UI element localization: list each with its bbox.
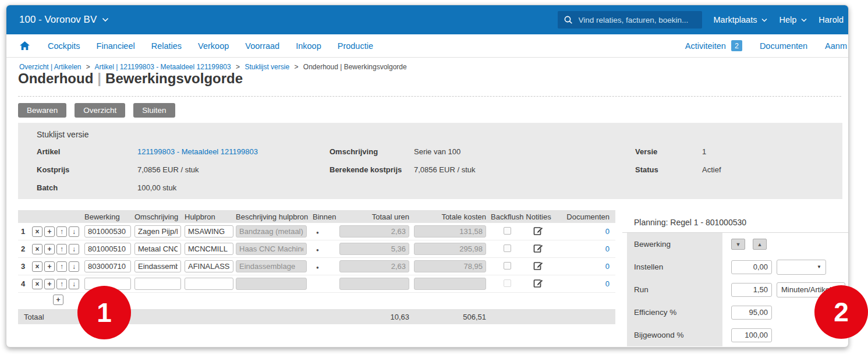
stuklijst-versie-panel: Stuklijst versie Artikel121199803 - Meta… (18, 123, 842, 199)
planning-row-run: Run Minuten/Artikel ▼ (627, 278, 849, 301)
marktplaats-menu[interactable]: Marktplaats (714, 15, 768, 24)
move-row-down-button[interactable]: ↓ (69, 226, 79, 237)
planning-form: Bewerking ▼ ▲ Instellen ▼ (627, 233, 849, 346)
page-title-left: Onderhoud (18, 70, 93, 86)
move-row-up-button[interactable]: ↑ (56, 261, 67, 272)
nav-item-financieel[interactable]: Financieel (97, 41, 135, 51)
omschrijving-input[interactable] (134, 225, 181, 238)
move-row-up-button[interactable]: ↑ (56, 226, 67, 237)
add-row-button[interactable]: + (53, 295, 63, 305)
artikel-link[interactable]: 121199803 - Metaaldeel 121199803 (137, 147, 258, 156)
omschrijving-input[interactable] (134, 260, 181, 272)
table-row: 2 × + ↑ ↓ ● 0 (18, 240, 615, 258)
global-search-input[interactable]: Vind relaties, facturen, boekin... (558, 11, 702, 29)
chevron-down-icon (761, 18, 767, 22)
sort-up-button[interactable]: ▲ (753, 239, 767, 250)
company-name: 100 - Voronov BV (19, 14, 97, 26)
beschrijving-hulpbron-field (236, 278, 307, 290)
breadcrumb-link-stuklijst[interactable]: Stuklijst versie (245, 63, 289, 71)
hulpbron-input[interactable] (185, 243, 233, 255)
nav-item-relaties[interactable]: Relaties (151, 41, 182, 51)
nav-item-inkoop[interactable]: Inkoop (296, 41, 321, 51)
home-button[interactable] (19, 41, 30, 51)
nav-item-documenten[interactable]: Documenten (760, 41, 807, 51)
nav-right: Activiteiten 2 Documenten Aanm (685, 40, 848, 51)
backflush-checkbox[interactable] (504, 244, 511, 252)
omschrijving-input[interactable] (134, 243, 181, 255)
backflush-checkbox[interactable] (504, 227, 511, 235)
overzicht-button[interactable]: Overzicht (75, 103, 125, 118)
bewerking-input[interactable] (84, 225, 131, 238)
backflush-checkbox (504, 279, 511, 287)
search-placeholder: Vind relaties, facturen, boekin... (579, 16, 689, 24)
activiteiten-count-badge: 2 (731, 40, 742, 51)
documenten-count-link[interactable]: 0 (605, 227, 610, 236)
planning-panel: Planning: Regel 1 - 801000530 Bewerking … (622, 215, 849, 346)
instellen-unit-select[interactable]: ▼ (777, 260, 826, 275)
delete-row-button[interactable]: × (32, 279, 42, 289)
move-row-down-button[interactable]: ↓ (69, 261, 79, 272)
nav-item-verkoop[interactable]: Verkoop (198, 41, 229, 51)
nav-item-voorraad[interactable]: Voorraad (245, 41, 279, 51)
planning-row-instellen: Instellen ▼ (627, 256, 849, 278)
user-menu[interactable]: Harold (819, 15, 844, 24)
notities-button[interactable] (523, 243, 554, 255)
move-row-up-button[interactable]: ↑ (56, 244, 67, 254)
insert-row-button[interactable]: + (44, 279, 55, 289)
bewerking-input[interactable] (84, 260, 131, 272)
bewaren-button[interactable]: Bewaren (18, 103, 66, 118)
hulpbron-input[interactable] (185, 225, 233, 238)
header-backflush: Backflush (491, 212, 523, 221)
home-icon (19, 41, 30, 51)
sort-down-button[interactable]: ▼ (731, 239, 745, 250)
notities-icon (533, 243, 544, 253)
run-input[interactable] (731, 283, 772, 297)
efficiency-input[interactable] (731, 306, 772, 320)
totaal-uren-field (339, 225, 409, 238)
header-totaal-uren: Totaal uren (339, 212, 414, 221)
binnen-indicator: ● (316, 265, 319, 270)
insert-row-button[interactable]: + (44, 226, 55, 237)
move-row-down-button[interactable]: ↓ (69, 244, 79, 254)
row-number: 2 (18, 244, 32, 253)
nav-item-activiteiten[interactable]: Activiteiten 2 (685, 40, 742, 51)
help-menu[interactable]: Help (779, 15, 807, 24)
notities-button[interactable] (523, 225, 554, 238)
delete-row-button[interactable]: × (32, 244, 42, 254)
sluiten-button[interactable]: Sluiten (133, 103, 175, 118)
beschrijving-hulpbron-field (236, 225, 307, 238)
move-row-down-button[interactable]: ↓ (69, 279, 79, 289)
omschrijving-input[interactable] (134, 278, 181, 290)
breadcrumb-link-overzicht[interactable]: Overzicht | Artikelen (19, 63, 82, 71)
page-title: Onderhoud|Bewerkingsvolgorde (18, 70, 243, 87)
company-selector[interactable]: 100 - Voronov BV (19, 14, 109, 26)
delete-row-button[interactable]: × (32, 226, 42, 237)
help-label: Help (779, 15, 796, 24)
notities-button[interactable] (523, 260, 554, 272)
header-omschrijving: Omschrijving (134, 212, 185, 221)
nav-item-cockpits[interactable]: Cockpits (48, 41, 80, 51)
documenten-count-link[interactable]: 0 (605, 262, 610, 271)
instellen-input[interactable] (731, 260, 772, 274)
nav-item-aanmaken[interactable]: Aanm (825, 41, 847, 51)
totale-kosten-field (414, 225, 486, 238)
notities-button[interactable] (523, 278, 554, 290)
batch-label: Batch (37, 183, 137, 192)
backflush-checkbox[interactable] (504, 262, 511, 270)
insert-row-button[interactable]: + (44, 261, 55, 272)
hulpbron-input[interactable] (185, 260, 233, 272)
bewerking-input[interactable] (84, 243, 131, 255)
documenten-count-link[interactable]: 0 (605, 279, 610, 288)
toolbar: Bewaren Overzicht Sluiten (18, 103, 175, 118)
efficiency-label: Efficiency % (627, 301, 722, 324)
nav-item-productie[interactable]: Productie (338, 41, 373, 51)
hulpbron-input[interactable] (185, 278, 233, 290)
planning-title: Planning: Regel 1 - 801000530 (622, 215, 849, 233)
bijgewoond-input[interactable] (731, 328, 772, 342)
move-row-up-button[interactable]: ↑ (56, 279, 67, 289)
batch-value: 100,00 stuk (137, 183, 176, 192)
insert-row-button[interactable]: + (44, 244, 55, 254)
breadcrumb-link-artikel[interactable]: Artikel | 121199803 - Metaaldeel 1211998… (95, 63, 231, 71)
delete-row-button[interactable]: × (32, 261, 42, 272)
documenten-count-link[interactable]: 0 (605, 244, 610, 253)
